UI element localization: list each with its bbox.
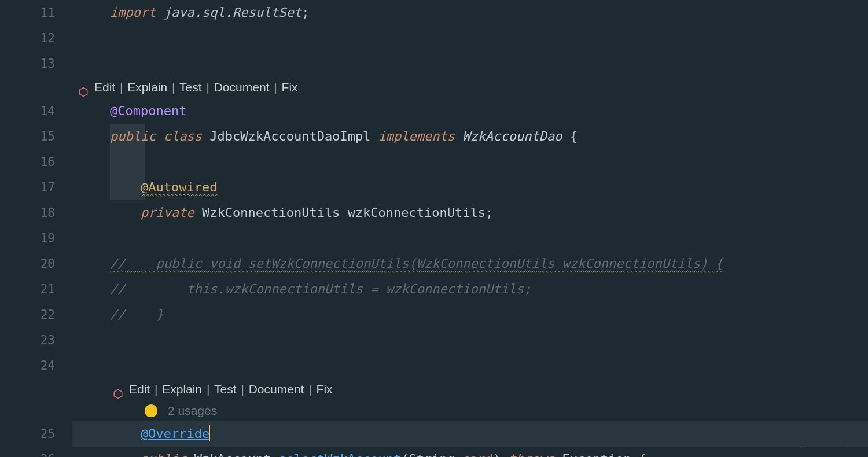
code-line: [72, 226, 868, 251]
annotation-override: @Override: [141, 426, 209, 441]
code-line: [72, 327, 868, 353]
ai-fix-action[interactable]: Fix: [317, 382, 333, 396]
annotation-autowired: @Autowired: [141, 180, 217, 194]
lightbulb-icon[interactable]: [145, 404, 157, 417]
line-number: 13: [0, 51, 55, 76]
line-number-gutter: 11 12 13 14 15 16 17 18 19 20 21 22 23 2…: [0, 0, 72, 457]
line-number: 14: [0, 98, 55, 124]
line-number: 21: [0, 277, 55, 302]
line-number: 12: [0, 25, 55, 51]
code-line: private WzkConnectionUtils wzkConnection…: [72, 200, 868, 226]
line-number: 15: [0, 124, 55, 149]
ai-fix-action[interactable]: Fix: [282, 80, 298, 94]
code-line: // }: [72, 302, 868, 327]
ai-document-action[interactable]: Document: [214, 80, 270, 94]
usages-count[interactable]: 2 usages: [168, 400, 217, 421]
line-number: 25: [0, 421, 55, 447]
ai-hex-icon: [78, 82, 89, 93]
code-line: [72, 51, 868, 76]
code-line: // this.wzkConnectionUtils = wzkConnecti…: [72, 277, 868, 302]
code-area[interactable]: import java.sql.ResultSet; Edit | Explai…: [72, 0, 868, 457]
ai-document-action[interactable]: Document: [249, 382, 304, 396]
code-editor[interactable]: 11 12 13 14 15 16 17 18 19 20 21 22 23 2…: [0, 0, 868, 457]
svg-marker-1: [79, 88, 87, 97]
ai-test-action[interactable]: Test: [214, 382, 237, 396]
code-line: [72, 25, 868, 51]
svg-marker-2: [114, 390, 122, 399]
line-number: 16: [0, 149, 55, 175]
ai-actions-inlay: Edit | Explain | Test | Document | Fix: [72, 76, 868, 98]
ai-edit-action[interactable]: Edit: [94, 80, 115, 94]
ai-explain-action[interactable]: Explain: [127, 80, 167, 94]
ai-actions-inlay: Edit | Explain | Test | Document | Fix: [72, 378, 868, 400]
code-line: [72, 353, 868, 378]
text-cursor: [209, 425, 210, 441]
line-number: 23: [0, 327, 55, 353]
code-line: // public void setWzkConnectionUtils(Wzk…: [72, 251, 868, 277]
code-line: public class JdbcWzkAccountDaoImpl imple…: [72, 124, 868, 149]
ai-test-action[interactable]: Test: [179, 80, 202, 94]
code-line: [72, 149, 868, 175]
code-line: @Autowired: [72, 175, 868, 200]
usages-inlay: 2 usages: [72, 400, 868, 421]
line-number: 11: [0, 0, 55, 25]
code-line: import java.sql.ResultSet;: [72, 0, 868, 25]
code-line: @Component: [72, 98, 868, 124]
line-number: 22: [0, 302, 55, 327]
line-number: 18: [0, 200, 55, 226]
line-number: 26: [0, 447, 55, 457]
line-number: 24: [0, 353, 55, 378]
ai-hex-icon: [113, 384, 123, 395]
line-number: 20: [0, 251, 55, 277]
ai-explain-action[interactable]: Explain: [162, 382, 202, 396]
line-number: 17: [0, 175, 55, 200]
ai-edit-action[interactable]: Edit: [129, 382, 150, 396]
code-line-current: @Override: [72, 421, 868, 447]
line-number: 19: [0, 226, 55, 251]
override-gutter-icon[interactable]: [42, 454, 53, 457]
code-line: public WzkAccount selectWzkAccount(Strin…: [72, 447, 868, 457]
